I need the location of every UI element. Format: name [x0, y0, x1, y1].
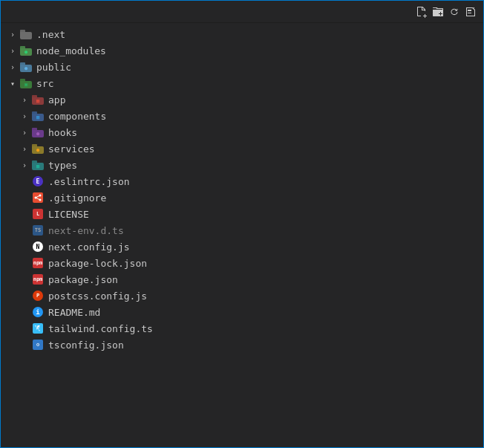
- chevron-icon: [7, 77, 19, 89]
- item-label: src: [36, 78, 53, 89]
- file-icon-license: L: [30, 208, 45, 220]
- item-label: services: [48, 143, 95, 155]
- folder-icon: ●: [30, 126, 45, 138]
- chevron-icon: [7, 45, 19, 56]
- file-icon-eslint: E: [30, 175, 45, 187]
- folder-icon: ▣: [19, 77, 33, 89]
- explorer-container: .next ● node_modules ● public ▣ src: [0, 0, 484, 448]
- item-label: next.config.js: [48, 241, 130, 253]
- chevron-icon: [19, 143, 30, 155]
- item-label: package-lock.json: [48, 258, 147, 269]
- item-label: LICENSE: [48, 209, 89, 220]
- item-label: .gitignore: [48, 192, 106, 204]
- tree-item-node_modules[interactable]: ● node_modules: [1, 42, 483, 59]
- tree-item-types[interactable]: ▦ types: [1, 157, 483, 173]
- title-bar: [1, 1, 483, 23]
- tree-item-nextenv[interactable]: TSnext-env.d.ts: [1, 222, 483, 238]
- tree-item-public[interactable]: ● public: [1, 59, 483, 75]
- item-label: app: [48, 94, 65, 105]
- file-icon-ts: TS: [30, 224, 45, 236]
- file-icon-postcss: P: [30, 290, 45, 302]
- folder-icon: ●: [19, 45, 33, 56]
- svg-line-4: [36, 198, 40, 200]
- tree-item-src[interactable]: ▣ src: [1, 75, 483, 91]
- folder-icon: ●: [19, 61, 33, 73]
- tree-item-packagelock[interactable]: npmpackage-lock.json: [1, 255, 483, 271]
- folder-icon: [19, 28, 33, 40]
- svg-line-3: [36, 195, 40, 198]
- tree-item-tsconfig[interactable]: ⚙ tsconfig.json: [1, 337, 483, 353]
- tree-item-components[interactable]: ▦ components: [1, 108, 483, 124]
- tree-item-app[interactable]: ▦ app: [1, 91, 483, 108]
- tree-item-nextconfig[interactable]: Nnext.config.js: [1, 238, 483, 255]
- tree-item-tailwind[interactable]: tailwind.config.ts: [1, 320, 483, 337]
- tree-item-postcss[interactable]: Ppostcss.config.js: [1, 288, 483, 304]
- item-label: postcss.config.js: [48, 290, 147, 302]
- item-label: hooks: [48, 127, 77, 138]
- folder-icon: ●: [30, 143, 45, 155]
- folder-icon: ▦: [30, 159, 45, 171]
- tree-item-services[interactable]: ● services: [1, 140, 483, 157]
- file-icon-git: [30, 192, 45, 204]
- tree-item-packagejson[interactable]: npmpackage.json: [1, 271, 483, 288]
- chevron-icon: [7, 61, 19, 73]
- item-label: package.json: [48, 274, 118, 285]
- item-label: next-env.d.ts: [48, 225, 124, 236]
- chevron-icon: [19, 126, 30, 138]
- tree-item-readme[interactable]: iREADME.md: [1, 304, 483, 320]
- refresh-icon[interactable]: [448, 5, 461, 19]
- folder-icon: ▦: [30, 94, 45, 105]
- chevron-icon: [19, 110, 30, 122]
- toolbar-icons: [415, 5, 477, 19]
- item-label: README.md: [48, 307, 100, 318]
- file-icon-npm: npm: [30, 257, 45, 269]
- item-label: node_modules: [36, 45, 106, 56]
- chevron-icon: [7, 28, 19, 40]
- folder-icon: ▦: [30, 110, 45, 122]
- file-tree: .next ● node_modules ● public ▣ src: [1, 23, 483, 447]
- item-label: .next: [36, 29, 65, 40]
- new-file-icon[interactable]: [415, 5, 428, 19]
- file-icon-npm2: npm: [30, 273, 45, 285]
- file-icon-tsconfig: ⚙: [30, 339, 45, 351]
- file-icon-tailwind: [30, 322, 45, 334]
- file-icon-info: i: [30, 306, 45, 318]
- item-label: tsconfig.json: [48, 340, 124, 351]
- item-label: tailwind.config.ts: [48, 323, 153, 334]
- item-label: types: [48, 160, 77, 171]
- item-label: public: [36, 62, 71, 73]
- chevron-icon: [19, 159, 30, 171]
- new-folder-icon[interactable]: [431, 5, 445, 19]
- item-label: components: [48, 111, 106, 122]
- tree-item-eslintrc[interactable]: E.eslintrc.json: [1, 173, 483, 189]
- chevron-icon: [19, 94, 30, 105]
- tree-item-gitignore[interactable]: .gitignore: [1, 189, 483, 206]
- tree-item-next[interactable]: .next: [1, 26, 483, 42]
- file-icon-next: N: [30, 241, 45, 253]
- collapse-all-icon[interactable]: [464, 5, 477, 19]
- tree-item-hooks[interactable]: ● hooks: [1, 124, 483, 140]
- item-label: .eslintrc.json: [48, 176, 130, 187]
- tree-item-license[interactable]: LLICENSE: [1, 206, 483, 222]
